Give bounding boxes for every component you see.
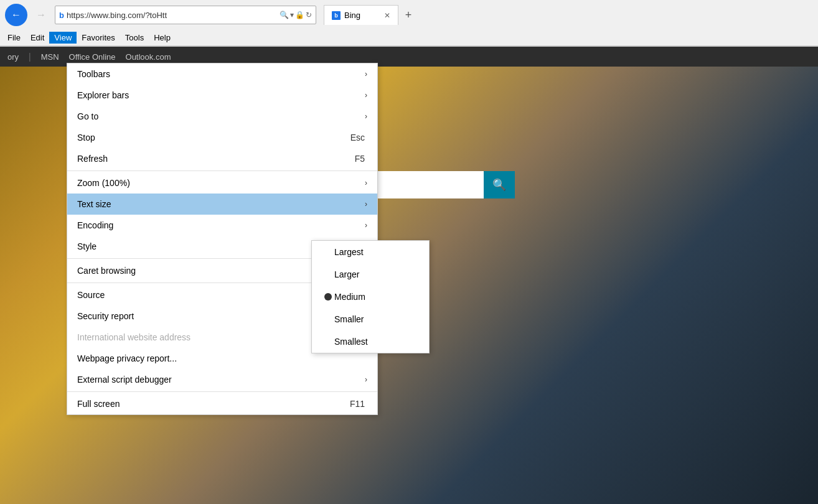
fav-msn[interactable]: MSN [41, 52, 59, 62]
back-button[interactable]: ← [5, 4, 27, 26]
forward-button[interactable]: → [30, 4, 52, 26]
arrow-icon: › [365, 112, 367, 121]
check-medium [322, 293, 334, 301]
browser-content: ory | MSN Office Online Outlook.com 🔍 To… [0, 47, 818, 504]
arrow-icon: › [365, 179, 367, 187]
menu-tools[interactable]: Tools [120, 32, 149, 44]
submenu-row-largest[interactable]: Largest [312, 241, 429, 263]
fav-office[interactable]: Office Online [69, 52, 116, 62]
browser-chrome: ← → b https://www.bing.com/?toHtt 🔍 ▾ 🔒 … [0, 0, 818, 47]
menu-help[interactable]: Help [149, 32, 176, 44]
arrow-icon: › [365, 91, 367, 100]
tab-favicon: b [332, 11, 341, 20]
tab-close-button[interactable]: ✕ [384, 11, 390, 20]
submenu-row-larger[interactable]: Larger [312, 263, 429, 286]
menu-row-script-debugger[interactable]: External script debugger › [67, 369, 377, 390]
radio-dot [324, 293, 332, 301]
fav-outlook[interactable]: Outlook.com [126, 52, 171, 62]
view-dropdown-menu: Toolbars › Explorer bars › Go to › Stop … [67, 63, 378, 415]
dropdown-icon[interactable]: ▾ [290, 11, 294, 19]
menu-favorites[interactable]: Favorites [77, 32, 120, 44]
menu-row-go-to[interactable]: Go to › [67, 106, 377, 127]
submenu-row-smallest[interactable]: Smallest [312, 330, 429, 353]
address-bar: b https://www.bing.com/?toHtt 🔍 ▾ 🔒 ↻ [55, 6, 316, 24]
separator-1 [67, 170, 377, 171]
menu-row-stop[interactable]: Stop Esc [67, 127, 377, 148]
tab-bar: b Bing ✕ + [324, 5, 418, 25]
menu-row-toolbars[interactable]: Toolbars › [67, 63, 377, 85]
bing-favicon-address: b [59, 11, 64, 20]
arrow-icon: › [365, 200, 367, 208]
menu-row-encoding[interactable]: Encoding › [67, 215, 377, 236]
submenu-row-medium[interactable]: Medium [312, 286, 429, 308]
menu-row-text-size[interactable]: Text size › [67, 194, 377, 215]
text-size-submenu: Largest Larger Medium Smaller Smallest [311, 240, 430, 353]
arrow-icon: › [365, 70, 367, 78]
menu-view[interactable]: View [49, 32, 77, 44]
fav-ory[interactable]: ory [7, 52, 19, 62]
separator-4 [67, 391, 377, 392]
address-text: https://www.bing.com/?toHtt [67, 11, 277, 20]
menu-file[interactable]: File [2, 32, 26, 44]
menu-row-refresh[interactable]: Refresh F5 [67, 148, 377, 169]
search-icon: 🔍 [280, 11, 289, 19]
fav-sep: | [29, 52, 31, 62]
bing-search-button[interactable]: 🔍 [484, 171, 515, 198]
menu-bar: File Edit View Favorites Tools Help [0, 30, 818, 46]
address-actions: 🔍 ▾ 🔒 ↻ [280, 11, 312, 19]
menu-row-full-screen[interactable]: Full screen F11 [67, 393, 377, 414]
lock-icon: 🔒 [295, 11, 304, 19]
menu-row-explorer-bars[interactable]: Explorer bars › [67, 85, 377, 106]
menu-row-zoom[interactable]: Zoom (100%) › [67, 172, 377, 194]
arrow-icon: › [365, 221, 367, 230]
arrow-icon: › [365, 375, 367, 384]
bing-tab[interactable]: b Bing ✕ [324, 5, 398, 25]
tab-title: Bing [344, 11, 360, 20]
menu-edit[interactable]: Edit [26, 32, 49, 44]
refresh-icon[interactable]: ↻ [306, 11, 312, 19]
submenu-row-smaller[interactable]: Smaller [312, 308, 429, 330]
toolbar-row: ← → b https://www.bing.com/?toHtt 🔍 ▾ 🔒 … [0, 0, 818, 30]
new-tab-button[interactable]: + [400, 6, 417, 24]
